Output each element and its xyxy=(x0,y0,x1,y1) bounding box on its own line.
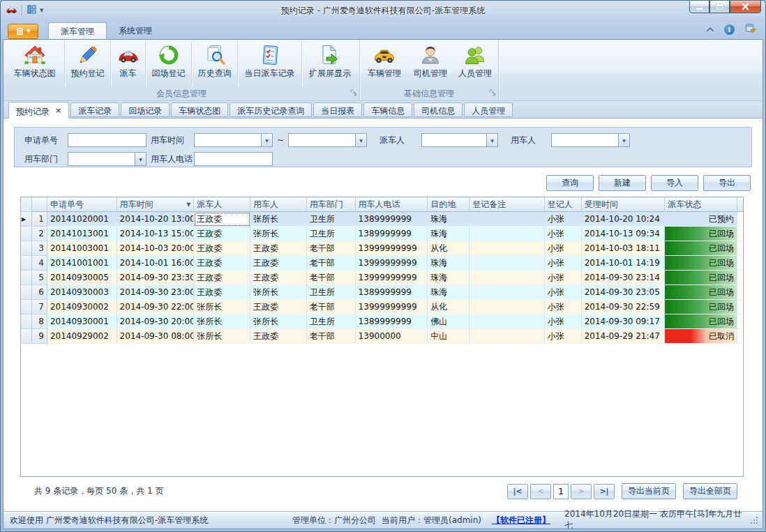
cell-remark[interactable] xyxy=(470,227,545,241)
cell-destination[interactable]: 从化 xyxy=(428,241,470,256)
info-icon[interactable]: i xyxy=(724,24,735,35)
cell-use-time[interactable]: 2014-09-30 20:00 xyxy=(117,314,195,329)
close-tab-icon[interactable]: × xyxy=(55,106,61,118)
column-header-accept-time[interactable]: 受理时间 xyxy=(582,197,666,212)
export-all-pages-button[interactable]: 导出全部页 xyxy=(683,483,737,499)
column-header-status[interactable]: 派车状态 xyxy=(665,197,737,212)
cell-passenger[interactable]: 王政委 xyxy=(250,256,307,271)
cell-dispatcher[interactable]: 王政委 xyxy=(194,212,250,227)
cell-status[interactable]: 已回场 xyxy=(665,285,737,300)
table-row[interactable]: 8201409300012014-09-30 20:00张所长张所长卫生所138… xyxy=(21,314,743,329)
ribbon-tab-system[interactable]: 系统管理 xyxy=(107,22,164,39)
cell-phone[interactable]: 13999999999 xyxy=(356,256,428,271)
ribbon-button-return-register[interactable]: 回场登记 xyxy=(146,41,192,87)
cell-department[interactable]: 老干部 xyxy=(307,256,356,271)
column-header-use-time[interactable]: 用车时间▼ xyxy=(117,197,195,212)
cell-status[interactable]: 已回场 xyxy=(665,256,737,271)
cell-dispatcher[interactable]: 张所长 xyxy=(194,300,250,314)
doc-tab-7[interactable]: 车辆信息 xyxy=(363,102,412,117)
cell-status[interactable]: 已回场 xyxy=(665,271,737,285)
cell-accept-time[interactable]: 2014-10-01 14:19 xyxy=(582,256,666,271)
maximize-button[interactable] xyxy=(709,0,730,13)
table-row[interactable]: ▶1201410200012014-10-20 13:00王政委张所长卫生所13… xyxy=(21,212,743,227)
cell-status[interactable]: 已回场 xyxy=(665,227,737,241)
cell-status[interactable]: 已取消 xyxy=(665,329,737,344)
query-button[interactable]: 查询 xyxy=(546,175,594,191)
dropdown-arrow-icon[interactable]: ▼ xyxy=(355,134,366,146)
cell-department[interactable]: 老干部 xyxy=(307,329,356,344)
dropdown-arrow-icon[interactable]: ▼ xyxy=(261,134,272,146)
cell-request-no[interactable]: 20141013001 xyxy=(47,227,117,241)
doc-tab-8[interactable]: 司机信息 xyxy=(414,102,463,117)
cell-department[interactable]: 老干部 xyxy=(307,271,356,285)
cell-registrar[interactable]: 小张 xyxy=(545,271,582,285)
column-header-request-no[interactable]: 申请单号 xyxy=(47,197,117,212)
cell-accept-time[interactable]: 2014-09-30 23:05 xyxy=(582,285,666,300)
cell-registrar[interactable]: 小张 xyxy=(545,256,582,271)
passenger-value[interactable] xyxy=(552,134,618,146)
cell-dispatcher[interactable]: 王政委 xyxy=(194,271,250,285)
ribbon-button-reservation-register[interactable]: 预约登记 xyxy=(65,41,111,87)
license-link[interactable]: 【软件已注册】 xyxy=(492,515,564,526)
cell-destination[interactable]: 珠海 xyxy=(428,271,470,285)
cell-registrar[interactable]: 小张 xyxy=(545,212,582,227)
cell-department[interactable]: 老干部 xyxy=(307,241,356,256)
layout-icon[interactable] xyxy=(27,4,37,17)
department-combo[interactable]: ▼ xyxy=(68,152,147,166)
cell-dispatcher[interactable]: 王政委 xyxy=(194,227,250,241)
table-row[interactable]: 6201409300032014-09-30 23:00王政委张所长卫生所138… xyxy=(21,285,743,300)
prev-page-button[interactable]: < xyxy=(530,484,551,499)
doc-tab-5[interactable]: 派车历史记录查询 xyxy=(230,102,312,117)
cell-status[interactable]: 已回场 xyxy=(665,241,737,256)
export-current-page-button[interactable]: 导出当前页 xyxy=(622,483,676,499)
import-button[interactable]: 导入 xyxy=(651,175,698,191)
table-row[interactable]: 3201410030012014-10-03 20:00王政委王政委老干部139… xyxy=(21,241,743,256)
cell-request-no[interactable]: 20141003001 xyxy=(47,241,117,256)
dispatcher-value[interactable] xyxy=(422,134,486,146)
cell-department[interactable]: 卫生所 xyxy=(307,212,356,227)
cell-remark[interactable] xyxy=(470,256,545,271)
cell-registrar[interactable]: 小张 xyxy=(545,314,582,329)
cell-status[interactable]: 已预约 xyxy=(665,212,737,227)
doc-tab-4[interactable]: 车辆状态图 xyxy=(171,102,228,117)
cell-accept-time[interactable]: 2014-09-30 09:17 xyxy=(582,314,666,329)
cell-department[interactable]: 卫生所 xyxy=(307,227,356,241)
cell-use-time[interactable]: 2014-09-30 23:00 xyxy=(117,285,195,300)
cell-registrar[interactable]: 小张 xyxy=(545,329,582,344)
cell-passenger[interactable]: 张所长 xyxy=(250,227,307,241)
cell-phone[interactable]: 1389999999 xyxy=(356,285,428,300)
department-value[interactable] xyxy=(68,153,135,165)
cell-accept-time[interactable]: 2014-09-30 23:14 xyxy=(582,271,666,285)
column-header-destination[interactable]: 目的地 xyxy=(428,197,470,212)
use-time-to-value[interactable] xyxy=(289,134,355,146)
cell-destination[interactable]: 佛山 xyxy=(428,314,470,329)
cell-phone[interactable]: 1389999999 xyxy=(356,314,428,329)
doc-tab-1[interactable]: 预约记录× xyxy=(8,102,69,119)
cell-use-time[interactable]: 2014-09-30 23:30 xyxy=(117,271,195,285)
cell-use-time[interactable]: 2014-10-01 16:00 xyxy=(117,256,195,271)
collapse-ribbon-icon[interactable] xyxy=(706,24,714,34)
use-time-to-combo[interactable]: ▼ xyxy=(288,133,367,147)
cell-registrar[interactable]: 小张 xyxy=(545,227,582,241)
cell-passenger[interactable]: 王政委 xyxy=(250,241,307,256)
group-dialog-launcher-icon[interactable] xyxy=(350,89,357,98)
cell-remark[interactable] xyxy=(470,212,545,227)
cell-passenger[interactable]: 张所长 xyxy=(250,285,307,300)
cell-status[interactable]: 已回场 xyxy=(665,300,737,314)
cell-request-no[interactable]: 20140930002 xyxy=(47,300,117,314)
skin-icon[interactable] xyxy=(744,22,757,36)
cell-request-no[interactable]: 20140930003 xyxy=(47,285,117,300)
cell-remark[interactable] xyxy=(470,300,545,314)
column-header-registrar[interactable]: 登记人 xyxy=(545,197,582,212)
cell-passenger[interactable]: 王政委 xyxy=(250,271,307,285)
cell-destination[interactable]: 珠海 xyxy=(428,256,470,271)
doc-tab-6[interactable]: 当日报表 xyxy=(313,102,362,117)
phone-input[interactable] xyxy=(194,152,273,166)
cell-destination[interactable]: 中山 xyxy=(428,329,470,344)
cell-destination[interactable]: 珠海 xyxy=(428,212,470,227)
cell-use-time[interactable]: 2014-10-20 13:00 xyxy=(117,212,195,227)
column-header-remark[interactable]: 登记备注 xyxy=(470,197,545,212)
cell-accept-time[interactable]: 2014-10-03 18:11 xyxy=(582,241,666,256)
first-page-button[interactable]: |< xyxy=(507,484,528,499)
cell-accept-time[interactable]: 2014-10-20 10:24 xyxy=(582,212,666,227)
